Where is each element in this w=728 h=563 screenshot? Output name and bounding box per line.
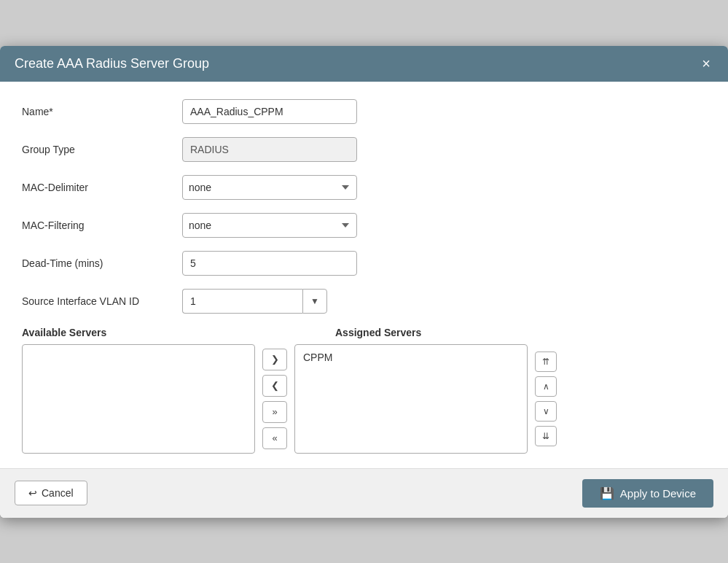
move-down-button[interactable]: ∨ <box>535 401 557 422</box>
cancel-button[interactable]: ↩ Cancel <box>15 481 87 505</box>
mac-delimiter-label: MAC-Delimiter <box>22 182 182 193</box>
available-servers-list[interactable] <box>22 344 255 454</box>
mac-filtering-select[interactable]: none enabled disabled <box>182 213 357 238</box>
vlan-dropdown-button[interactable]: ▼ <box>302 289 327 314</box>
available-servers-header: Available Servers <box>22 327 255 338</box>
group-type-row: Group Type <box>22 137 706 162</box>
servers-section: Available Servers Assigned Servers ❯ ❮ »… <box>22 327 706 454</box>
mac-delimiter-select[interactable]: none hyphen colon dot <box>182 175 357 200</box>
transfer-buttons: ❯ ❮ » « <box>262 349 287 449</box>
save-icon: 💾 <box>600 486 614 500</box>
dialog-body: Name* Group Type MAC-Delimiter none hyph… <box>0 82 728 468</box>
move-up-button[interactable]: ∧ <box>535 376 557 397</box>
remove-all-button[interactable]: « <box>262 427 287 449</box>
create-aaa-dialog: Create AAA Radius Server Group × Name* G… <box>0 46 728 518</box>
close-button[interactable]: × <box>699 56 713 71</box>
dialog-footer: ↩ Cancel 💾 Apply to Device <box>0 468 728 518</box>
servers-layout: ❯ ❮ » « CPPM ⇈ ∧ ∨ ⇊ <box>22 344 706 454</box>
dead-time-label: Dead-Time (mins) <box>22 257 182 269</box>
dead-time-row: Dead-Time (mins) <box>22 251 706 276</box>
assigned-servers-header: Assigned Servers <box>335 327 421 338</box>
move-top-button[interactable]: ⇈ <box>535 352 557 372</box>
name-row: Name* <box>22 99 706 124</box>
add-button[interactable]: ❯ <box>262 349 287 370</box>
mac-filtering-label: MAC-Filtering <box>22 220 182 231</box>
mac-filtering-row: MAC-Filtering none enabled disabled <box>22 213 706 238</box>
group-type-label: Group Type <box>22 144 182 155</box>
mac-delimiter-row: MAC-Delimiter none hyphen colon dot <box>22 175 706 200</box>
vlan-wrapper: ▼ <box>182 289 327 314</box>
move-bottom-button[interactable]: ⇊ <box>535 426 557 446</box>
cancel-label: Cancel <box>42 487 74 499</box>
name-input[interactable] <box>182 99 357 124</box>
name-label: Name* <box>22 106 182 117</box>
assigned-servers-list[interactable]: CPPM <box>294 344 528 454</box>
undo-icon: ↩ <box>28 487 37 499</box>
group-type-input <box>182 137 357 162</box>
apply-button[interactable]: 💾 Apply to Device <box>582 479 713 508</box>
vlan-input[interactable] <box>182 289 302 314</box>
dialog-header: Create AAA Radius Server Group × <box>0 46 728 82</box>
remove-button[interactable]: ❮ <box>262 375 287 397</box>
dialog-title: Create AAA Radius Server Group <box>15 56 209 71</box>
list-item[interactable]: CPPM <box>300 349 522 365</box>
add-all-button[interactable]: » <box>262 401 287 423</box>
servers-headers: Available Servers Assigned Servers <box>22 327 706 338</box>
vlan-label: Source Interface VLAN ID <box>22 295 182 307</box>
apply-label: Apply to Device <box>620 487 696 500</box>
vlan-row: Source Interface VLAN ID ▼ <box>22 289 706 314</box>
order-buttons: ⇈ ∧ ∨ ⇊ <box>535 352 557 446</box>
dead-time-input[interactable] <box>182 251 357 276</box>
